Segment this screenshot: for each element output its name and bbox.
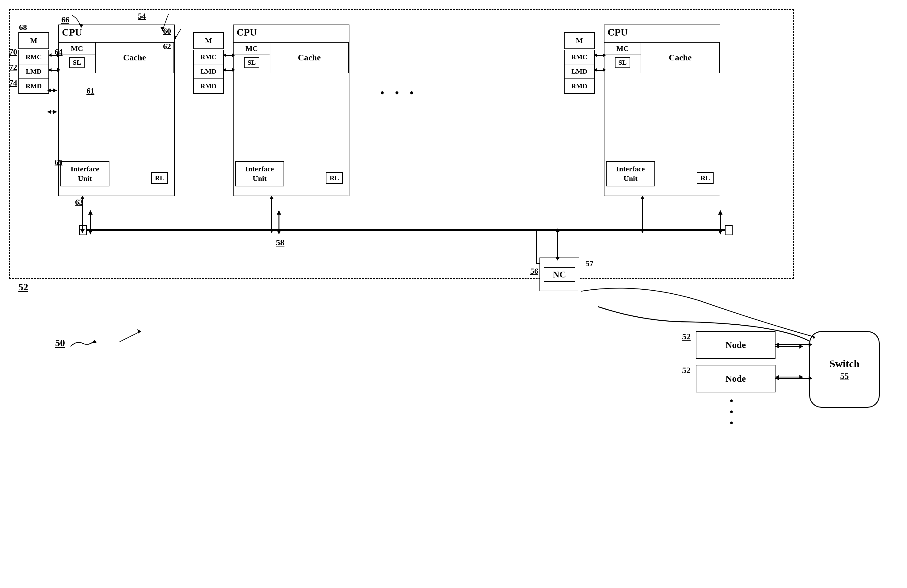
label-65: 65	[54, 158, 62, 167]
mc-sl-column-3: MC SL	[604, 42, 641, 73]
ellipsis-dots: • • •	[380, 86, 417, 100]
svg-marker-63	[812, 335, 816, 339]
switch-sublabel: 55	[840, 371, 849, 381]
m-label-1: M	[30, 37, 37, 45]
rmd-block-2: RMD	[193, 79, 224, 94]
rl-box-1: RL	[151, 172, 168, 184]
sl-cell-1: SL	[69, 57, 85, 68]
cpu-outer-2: CPU MC SL Cache InterfaceUnit RL	[233, 24, 349, 196]
cache-3: Cache	[641, 42, 720, 73]
rmd-block-3: RMD	[564, 79, 595, 94]
svg-marker-64	[79, 24, 83, 27]
label-57: 57	[585, 259, 593, 268]
svg-marker-61	[137, 329, 141, 333]
svg-marker-65	[160, 27, 165, 30]
label-61: 61	[87, 87, 95, 96]
rl-box-3: RL	[697, 172, 713, 184]
node-box-2: Node	[696, 365, 776, 393]
iface-unit-1: InterfaceUnit	[60, 161, 109, 186]
lmd-block-3: LMD	[564, 64, 595, 79]
lmd-block-1: LMD	[18, 64, 49, 79]
label-52-main: 52	[18, 282, 28, 293]
cache-2: Cache	[270, 42, 349, 73]
rmc-block-3: RMC	[564, 50, 595, 64]
label-70: 70	[9, 48, 17, 57]
lmd-block-2: LMD	[193, 64, 224, 79]
label-52b: 52	[682, 365, 691, 375]
cpu-label-3: CPU	[604, 25, 720, 40]
switch-label: Switch	[830, 358, 859, 370]
bus-line	[83, 229, 729, 231]
label-58: 58	[276, 237, 284, 247]
nc-block: NC	[540, 258, 579, 291]
cpu-outer-1: CPU 60 MC SL Cache 62 61 InterfaceUnit R…	[58, 24, 175, 196]
iface-unit-2: InterfaceUnit	[235, 161, 284, 186]
mc-sl-column-1: MC SL	[59, 42, 96, 73]
sl-wrapper-1: SL	[59, 55, 95, 70]
label-54: 54	[138, 12, 146, 21]
label-72: 72	[9, 63, 17, 72]
label-62: 62	[163, 42, 171, 51]
mc-cell-1: MC	[59, 43, 95, 55]
mc-sl-column-2: MC SL	[234, 42, 270, 73]
memory-block-1: M	[18, 32, 49, 49]
node-dots: •••	[729, 396, 734, 429]
rl-box-2: RL	[326, 172, 343, 184]
memory-block-2: M	[193, 32, 224, 49]
memory-block-3: M	[564, 32, 595, 49]
label-74: 74	[9, 79, 17, 88]
cpu-label-2: CPU	[234, 25, 349, 40]
label-68: 68	[19, 23, 27, 32]
rmc-block-2: RMC	[193, 50, 224, 64]
cache-1: Cache	[96, 42, 174, 73]
cpu-outer-3: CPU MC SL Cache InterfaceUnit RL	[604, 24, 720, 196]
iface-unit-3: InterfaceUnit	[606, 161, 655, 186]
label-56: 56	[530, 267, 538, 276]
rmc-block-1: RMC	[18, 50, 49, 64]
rmd-block-1: RMD	[18, 79, 49, 94]
label-50: 50	[55, 337, 65, 349]
